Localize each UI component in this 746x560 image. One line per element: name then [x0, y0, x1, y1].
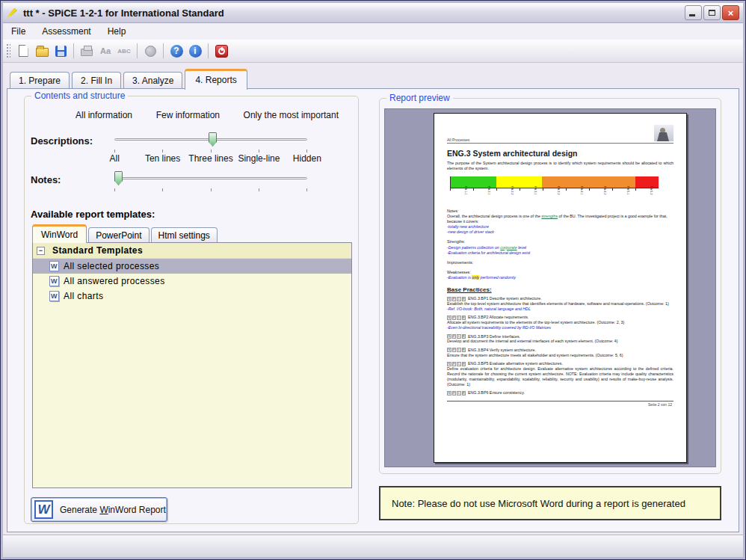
spellcheck-icon: ABC — [117, 48, 130, 55]
notes-label: Notes: — [31, 174, 61, 185]
notes-section: Notes: Overall, the architectural design… — [447, 209, 673, 236]
main-tab-strip: 1. Prepare 2. Fill In 3. Analyze 4. Repo… — [3, 65, 743, 88]
toolbar-grip[interactable] — [6, 43, 10, 58]
label-only-most-important: Only the most important — [244, 110, 339, 120]
generate-winword-report-button[interactable]: W Generate WinWord Report — [31, 497, 167, 522]
info-icon: i — [189, 45, 202, 58]
slider-track[interactable] — [114, 177, 307, 179]
save-icon — [55, 46, 67, 57]
contents-structure-groupbox: Contents and structure All information F… — [24, 96, 359, 524]
tab-reports[interactable]: 4. Reports — [185, 69, 247, 90]
maximize-icon — [709, 10, 715, 16]
tree-item-all-selected-processes[interactable]: W All selected processes — [33, 259, 351, 274]
tab-powerpoint[interactable]: PowerPoint — [88, 227, 149, 243]
toolbar: Aa ABC ? i — [3, 40, 743, 63]
tree-item-all-charts[interactable]: W All charts — [33, 289, 351, 304]
descriptions-label: Descriptions: — [31, 135, 93, 147]
save-button[interactable] — [52, 43, 69, 59]
notes-slider-thumb[interactable] — [114, 171, 123, 185]
base-practice-1: NPLFENG.3.BP1 Describe system architectu… — [447, 296, 673, 312]
base-practice-2: NPLFENG.3.BP2 Allocate requirements. All… — [447, 315, 673, 330]
improvements-section: Improvements: — [447, 260, 673, 265]
menu-file[interactable]: File — [3, 24, 34, 39]
tab-fill-in[interactable]: 2. Fill In — [72, 72, 121, 89]
info-button[interactable]: i — [187, 43, 203, 59]
collapse-icon[interactable]: − — [37, 247, 45, 255]
process-title: ENG.3 System architectural design — [447, 149, 673, 158]
base-practice-3: NPLFENG.3.BP3 Define interfaces. Develop… — [447, 334, 673, 345]
report-preview-groupbox: Report preview All Processes ENG.3 Syste… — [379, 98, 721, 474]
page-header-text: All Processes — [447, 138, 469, 142]
tab-analyze[interactable]: 3. Analyze — [123, 72, 182, 89]
web-button — [142, 43, 158, 59]
link-corporate: corporate — [500, 245, 517, 250]
templates-label: Available report templates: — [31, 209, 155, 220]
weaknesses-section: Weaknesses: -Evaluation is only performe… — [447, 270, 673, 280]
menu-assessment[interactable]: Assessment — [34, 24, 99, 39]
report-preview-area: All Processes ENG.3 System architectural… — [384, 108, 716, 467]
tick-single-line: Single-line — [235, 150, 283, 164]
tick-hidden: Hidden — [283, 150, 331, 164]
person-photo — [654, 125, 673, 141]
groupbox-label: Report preview — [386, 93, 453, 103]
minimize-icon — [689, 14, 695, 16]
tab-html-settings[interactable]: Html settings — [151, 227, 218, 243]
print-button — [78, 43, 95, 59]
base-practice-5: NPLFENG.3.BP5 Evaluate alternative syste… — [447, 361, 673, 387]
word-document-icon: W — [49, 261, 59, 271]
rating-bar-chart: PA 1.1 PA 2.1 PA 2.2 PA 3.1 PA 3.2 PA 4.… — [450, 176, 659, 204]
descriptions-slider-thumb[interactable] — [209, 132, 217, 147]
base-practices-heading: Base Practices: — [447, 286, 673, 293]
label-few-information: Few information — [156, 110, 220, 120]
descriptions-slider[interactable] — [114, 132, 307, 147]
tree-item-all-answered-processes[interactable]: W All answered processes — [33, 274, 351, 289]
toolbar-separator — [137, 43, 138, 58]
print-icon — [81, 49, 93, 56]
groupbox-label: Contents and structure — [31, 90, 128, 101]
winword-icon: W — [34, 500, 53, 519]
app-icon — [7, 7, 19, 19]
chart-tick-labels: PA 1.1 PA 2.1 PA 2.2 PA 3.1 PA 3.2 PA 4.… — [450, 191, 659, 204]
template-tree: − Standard Templates W All selected proc… — [32, 242, 352, 488]
reports-tab-page: Contents and structure All information F… — [7, 88, 739, 532]
globe-icon — [145, 46, 156, 57]
font-button: Aa — [97, 43, 114, 59]
page-footer: Seite 2 von 12 — [447, 401, 673, 407]
label-all-information: All information — [75, 110, 132, 120]
maximize-button[interactable] — [703, 5, 721, 20]
minimize-button[interactable] — [685, 5, 702, 20]
open-button[interactable] — [34, 43, 50, 59]
help-button[interactable]: ? — [168, 43, 185, 59]
report-page-preview: All Processes ENG.3 System architectural… — [434, 113, 687, 463]
strengths-section: Strengths: -Design patterns collection o… — [447, 239, 673, 255]
slider-header-labels: All information Few information Only the… — [75, 110, 339, 120]
help-icon: ? — [170, 45, 183, 58]
tick-all: All — [90, 150, 138, 164]
new-document-button[interactable] — [15, 43, 31, 59]
font-icon: Aa — [100, 46, 111, 55]
window-title: ttt * - SPiCE 1-2-1 for International St… — [23, 7, 224, 19]
template-tab-strip: WinWord PowerPoint Html settings — [32, 224, 219, 242]
page-header: All Processes — [447, 130, 673, 144]
note-text: Note: Please do not use Microsoft Word d… — [392, 498, 685, 509]
word-document-icon: W — [49, 291, 59, 301]
close-button[interactable]: × — [722, 5, 739, 20]
toolbar-separator — [73, 43, 74, 58]
tree-root-standard-templates[interactable]: − Standard Templates — [33, 243, 351, 259]
menu-bar: File Assessment Help — [3, 23, 743, 40]
power-icon — [215, 45, 228, 58]
tab-prepare[interactable]: 1. Prepare — [10, 72, 70, 89]
word-document-icon: W — [49, 276, 59, 286]
toolbar-separator — [163, 43, 164, 58]
status-bar — [3, 535, 743, 557]
new-document-icon — [19, 45, 28, 57]
tick-ten-lines: Ten lines — [138, 150, 186, 164]
tab-winword[interactable]: WinWord — [32, 224, 87, 243]
link-strengths: strengths — [541, 214, 558, 218]
exit-button[interactable] — [213, 43, 229, 59]
notes-slider[interactable] — [114, 171, 307, 186]
menu-help[interactable]: Help — [99, 24, 135, 39]
spellcheck-button: ABC — [116, 43, 132, 59]
base-practice-6: NPLFENG.3.BP6 Ensure consistency. — [447, 390, 673, 396]
base-practice-4: NPLFENG.3.BP4 Verify system architecture… — [447, 348, 673, 358]
